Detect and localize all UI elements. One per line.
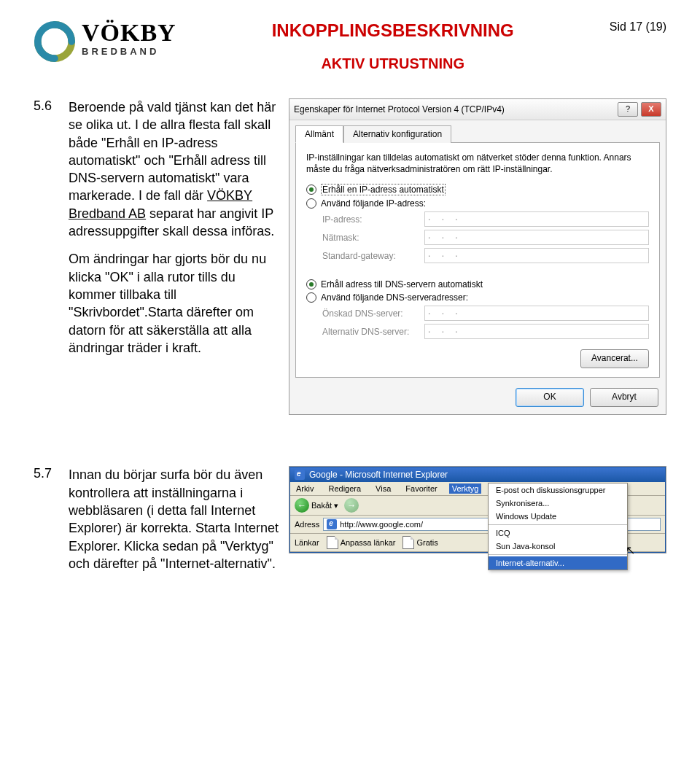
radio-use-ip[interactable]: Använd följande IP-adress: <box>306 198 649 209</box>
url-text: http://www.google.com/ <box>340 520 423 529</box>
netmask-input[interactable]: . . . <box>424 230 649 245</box>
dd-item-icq[interactable]: ICQ <box>489 527 627 540</box>
page-header: VÖKBY BREDBAND INKOPPLINGSBESKRIVNING AK… <box>34 20 666 72</box>
step-text-p2: Om ändringar har gjorts bör du nu klicka… <box>69 250 280 357</box>
dns1-input[interactable]: . . . <box>424 306 649 321</box>
advanced-button[interactable]: Avancerat... <box>580 349 649 368</box>
dns2-input[interactable]: . . . <box>424 324 649 339</box>
menu-arkiv[interactable]: Arkiv <box>293 483 316 494</box>
doc-title: INKOPPLINGSBESKRIVNING <box>176 20 610 41</box>
link-gratis[interactable]: Gratis <box>402 536 438 549</box>
verktyg-dropdown: E-post och diskussionsgrupper Synkronise… <box>488 483 628 570</box>
dialog-titlebar[interactable]: Egenskaper för Internet Protocol Version… <box>289 99 666 120</box>
dns1-label: Önskad DNS-server: <box>322 308 424 319</box>
links-label: Länkar <box>295 538 319 547</box>
radio-icon <box>306 184 316 195</box>
dd-separator <box>489 524 627 525</box>
tab-general[interactable]: Allmänt <box>295 125 343 143</box>
ip-input[interactable]: . . . <box>424 211 649 227</box>
logo-subtitle: BREDBAND <box>82 47 176 56</box>
dd-item-sync[interactable]: Synkronisera... <box>489 497 627 510</box>
back-button[interactable]: ← Bakåt ▾ <box>295 498 338 513</box>
step-text: Innan du börjar surfa bör du även kontro… <box>69 466 280 572</box>
radio-obtain-dns[interactable]: Erhåll adress till DNS-servern automatis… <box>306 279 649 290</box>
ie-screenshot: Google - Microsoft Internet Explorer Ark… <box>289 466 666 553</box>
cancel-button[interactable]: Avbryt <box>590 388 658 407</box>
netmask-label: Nätmask: <box>322 233 424 243</box>
dd-item-internet-options[interactable]: Internet-alternativ... <box>489 556 627 570</box>
step-5-6: 5.6 Beroende på vald tjänst kan det här … <box>34 98 666 415</box>
dd-item-update[interactable]: Windows Update <box>489 510 627 523</box>
radio-label: Använd följande IP-adress: <box>321 198 426 209</box>
radio-obtain-ip[interactable]: Erhåll en IP-adress automatiskt <box>306 184 649 195</box>
ok-button[interactable]: OK <box>516 388 584 407</box>
radio-icon <box>306 198 316 209</box>
menu-favoriter[interactable]: Favoriter <box>402 483 440 494</box>
gateway-input[interactable]: . . . <box>424 248 649 263</box>
menu-redigera[interactable]: Redigera <box>325 483 364 494</box>
link-anpassa[interactable]: Anpassa länkar <box>327 536 396 549</box>
address-label: Adress <box>295 520 319 529</box>
step-number: 5.7 <box>34 466 60 481</box>
radio-label: Använd följande DNS-serveradresser: <box>321 292 468 303</box>
step-5-7: 5.7 Innan du börjar surfa bör du även ko… <box>34 466 666 583</box>
ip-label: IP-adress: <box>322 214 424 225</box>
gateway-label: Standard-gateway: <box>322 251 424 261</box>
radio-label: Erhåll en IP-adress automatiskt <box>321 184 446 195</box>
ie-titlebar[interactable]: Google - Microsoft Internet Explorer <box>290 467 665 482</box>
dd-item-epost[interactable]: E-post och diskussionsgrupper <box>489 483 627 497</box>
ie-window-title: Google - Microsoft Internet Explorer <box>309 470 448 480</box>
forward-button[interactable]: → <box>344 498 359 513</box>
back-label: Bakåt <box>311 501 332 510</box>
dialog-title: Egenskaper för Internet Protocol Version… <box>294 104 505 114</box>
menu-verktyg[interactable]: Verktyg <box>449 483 482 494</box>
doc-subtitle: AKTIV UTRUSTNING <box>176 55 610 72</box>
menu-visa[interactable]: Visa <box>373 483 394 494</box>
dialog-description: IP-inställningar kan tilldelas automatis… <box>306 152 649 175</box>
cursor-icon: ↖ <box>626 543 635 557</box>
logo-swirl-icon <box>34 20 76 63</box>
page-icon <box>327 536 338 549</box>
help-button[interactable]: ? <box>618 102 638 117</box>
radio-use-dns[interactable]: Använd följande DNS-serveradresser: <box>306 292 649 303</box>
dns2-label: Alternativ DNS-server: <box>322 327 424 337</box>
logo: VÖKBY BREDBAND <box>34 20 176 63</box>
dd-separator <box>489 554 627 555</box>
radio-label: Erhåll adress till DNS-servern automatis… <box>321 279 483 290</box>
radio-icon <box>306 292 316 303</box>
back-arrow-icon: ← <box>295 498 309 513</box>
dd-item-java[interactable]: Sun Java-konsol <box>489 540 627 553</box>
step-number: 5.6 <box>34 98 60 114</box>
tab-alt-config[interactable]: Alternativ konfiguration <box>343 125 451 143</box>
page-icon <box>402 536 414 549</box>
svg-point-0 <box>50 36 60 47</box>
page-number: Sid 17 (19) <box>610 20 666 34</box>
ie-favicon-icon <box>295 470 305 480</box>
page-favicon-icon <box>327 519 337 529</box>
logo-name: VÖKBY <box>82 20 176 45</box>
step-body: Beroende på vald tjänst kan det här se o… <box>69 98 280 367</box>
step-body: Innan du börjar surfa bör du även kontro… <box>69 466 280 583</box>
radio-icon <box>306 279 316 290</box>
close-button[interactable]: X <box>641 102 661 117</box>
tcpip-dialog-screenshot: Egenskaper för Internet Protocol Version… <box>289 98 666 415</box>
chevron-down-icon: ▾ <box>334 501 338 510</box>
